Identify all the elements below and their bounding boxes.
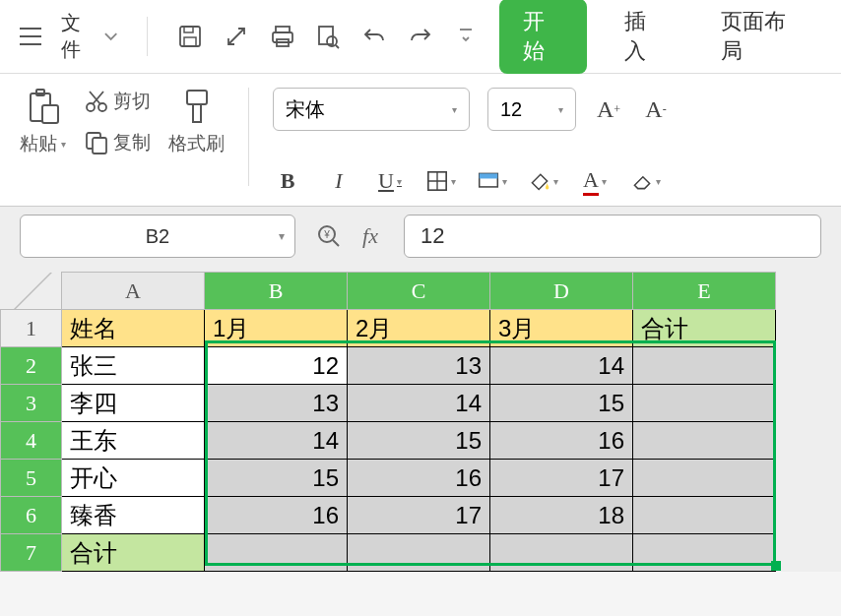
copy-button[interactable]: 复制 — [84, 130, 151, 155]
cell-d7[interactable] — [490, 534, 633, 572]
decrease-font-button[interactable]: A- — [641, 94, 671, 124]
cell-d4[interactable]: 16 — [490, 422, 633, 460]
eraser-button[interactable]: ▾ — [631, 166, 661, 196]
font-group: 宋体▾ 12▾ A+ A- B I U▾ ▾ ▾ ▾ A▾ — [273, 88, 671, 196]
font-size-select[interactable]: 12▾ — [487, 88, 576, 131]
col-head-d[interactable]: D — [490, 273, 633, 310]
cut-button[interactable]: 剪切 — [84, 89, 151, 114]
cell-b4[interactable]: 14 — [205, 422, 348, 460]
fx-icon[interactable]: fx — [356, 222, 384, 250]
cell-e5[interactable] — [633, 460, 776, 497]
format-painter-label[interactable]: 格式刷 — [168, 131, 225, 156]
cell-c4[interactable]: 15 — [348, 422, 490, 460]
row-head-1[interactable]: 1 — [1, 310, 62, 347]
col-head-a[interactable]: A — [62, 273, 205, 310]
cell-c3[interactable]: 14 — [348, 385, 490, 422]
ribbon: 粘贴▾ 剪切 复制 格式刷 宋体 — [0, 74, 841, 207]
cell-a4[interactable]: 王东 — [62, 422, 205, 460]
cell-b2[interactable]: 12 — [205, 347, 348, 385]
zoom-icon[interactable]: ¥ — [315, 222, 343, 250]
paste-icon[interactable] — [25, 88, 62, 125]
formula-input[interactable]: 12 — [404, 215, 821, 258]
format-painter-icon[interactable] — [178, 88, 216, 125]
tab-start[interactable]: 开始 — [499, 0, 588, 74]
font-name-select[interactable]: 宋体▾ — [273, 88, 470, 131]
cell-e4[interactable] — [633, 422, 776, 460]
cell-d2[interactable]: 14 — [490, 347, 633, 385]
increase-font-button[interactable]: A+ — [594, 94, 623, 124]
save-icon[interactable] — [177, 23, 204, 50]
cell-e3[interactable] — [633, 385, 776, 422]
row-head-5[interactable]: 5 — [1, 460, 62, 497]
cell-style-button[interactable]: ▾ — [478, 166, 507, 196]
print-icon[interactable] — [269, 23, 295, 50]
cell-a5[interactable]: 开心 — [62, 460, 205, 497]
cell-b5[interactable]: 15 — [205, 460, 348, 497]
underline-button[interactable]: U▾ — [375, 166, 405, 196]
row-head-3[interactable]: 3 — [1, 385, 62, 422]
cell-e7[interactable] — [633, 534, 776, 572]
cell-a1[interactable]: 姓名 — [62, 310, 205, 347]
col-head-b[interactable]: B — [205, 273, 348, 310]
svg-rect-15 — [187, 91, 207, 104]
cell-e6[interactable] — [633, 497, 776, 534]
cell-c5[interactable]: 16 — [348, 460, 490, 497]
col-head-c[interactable]: C — [348, 273, 490, 310]
file-menu[interactable]: 文件 — [61, 10, 117, 63]
svg-rect-19 — [480, 173, 498, 178]
fill-color-button[interactable]: ▾ — [529, 166, 558, 196]
menubar: 文件 开始 插入 页面布局 — [0, 0, 841, 74]
svg-text:¥: ¥ — [323, 229, 330, 240]
svg-rect-0 — [180, 27, 200, 46]
cell-c1[interactable]: 2月 — [348, 310, 490, 347]
cell-d6[interactable]: 18 — [490, 497, 633, 534]
cell-c7[interactable] — [348, 534, 490, 572]
border-button[interactable]: ▾ — [426, 166, 456, 196]
cell-a2[interactable]: 张三 — [62, 347, 205, 385]
file-menu-label: 文件 — [61, 10, 98, 63]
col-head-e[interactable]: E — [633, 273, 776, 310]
paste-label[interactable]: 粘贴▾ — [20, 131, 66, 156]
row-head-6[interactable]: 6 — [1, 497, 62, 534]
cell-c2[interactable]: 13 — [348, 347, 490, 385]
font-color-button[interactable]: A▾ — [580, 166, 610, 196]
cell-b6[interactable]: 16 — [205, 497, 348, 534]
tab-layout[interactable]: 页面布局 — [703, 0, 821, 74]
bold-button[interactable]: B — [273, 166, 302, 196]
cell-a3[interactable]: 李四 — [62, 385, 205, 422]
cell-d1[interactable]: 3月 — [490, 310, 633, 347]
svg-rect-16 — [193, 104, 201, 122]
svg-rect-6 — [319, 27, 333, 44]
svg-rect-3 — [276, 27, 290, 32]
select-all-corner[interactable] — [1, 273, 62, 310]
undo-icon[interactable] — [361, 23, 388, 50]
svg-rect-4 — [273, 32, 292, 42]
row-head-4[interactable]: 4 — [1, 422, 62, 460]
spreadsheet-grid: A B C D E 1 姓名 1月 2月 3月 合计 2 张三 12 13 14… — [0, 266, 841, 572]
cell-e2[interactable] — [633, 347, 776, 385]
more-dropdown-icon[interactable] — [453, 23, 480, 50]
row-head-2[interactable]: 2 — [1, 347, 62, 385]
cell-a7[interactable]: 合计 — [62, 534, 205, 572]
hamburger-icon[interactable] — [20, 28, 41, 45]
cell-a6[interactable]: 臻香 — [62, 497, 205, 534]
cell-d5[interactable]: 17 — [490, 460, 633, 497]
name-box[interactable]: B2 ▾ — [20, 215, 295, 258]
save-as-icon[interactable] — [224, 23, 250, 50]
italic-button[interactable]: I — [324, 166, 354, 196]
cell-b7[interactable] — [205, 534, 348, 572]
fill-handle[interactable] — [771, 561, 781, 571]
preview-icon[interactable] — [315, 23, 342, 50]
tab-insert[interactable]: 插入 — [607, 0, 683, 74]
cell-b3[interactable]: 13 — [205, 385, 348, 422]
cell-c6[interactable]: 17 — [348, 497, 490, 534]
formula-bar: B2 ▾ ¥ fx 12 — [0, 207, 841, 266]
cell-d3[interactable]: 15 — [490, 385, 633, 422]
svg-rect-14 — [93, 138, 106, 154]
cell-b1[interactable]: 1月 — [205, 310, 348, 347]
cell-e1[interactable]: 合计 — [633, 310, 776, 347]
clipboard-group: 粘贴▾ 剪切 复制 格式刷 — [20, 88, 225, 196]
svg-rect-2 — [184, 37, 196, 46]
row-head-7[interactable]: 7 — [1, 534, 62, 572]
redo-icon[interactable] — [407, 23, 433, 50]
